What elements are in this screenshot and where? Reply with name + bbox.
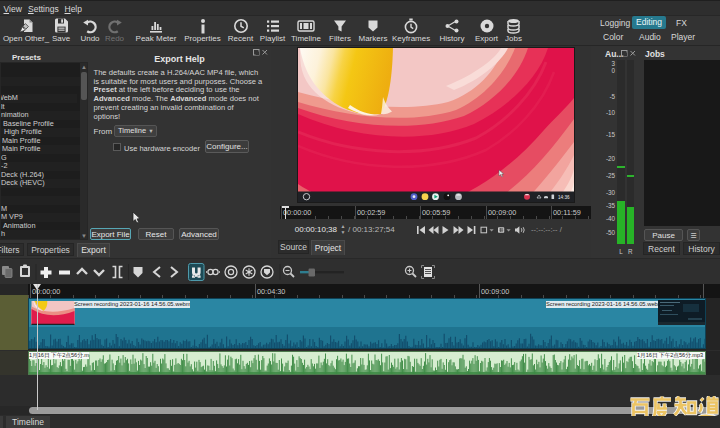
svg-text:14:36: 14:36 [558,195,570,200]
